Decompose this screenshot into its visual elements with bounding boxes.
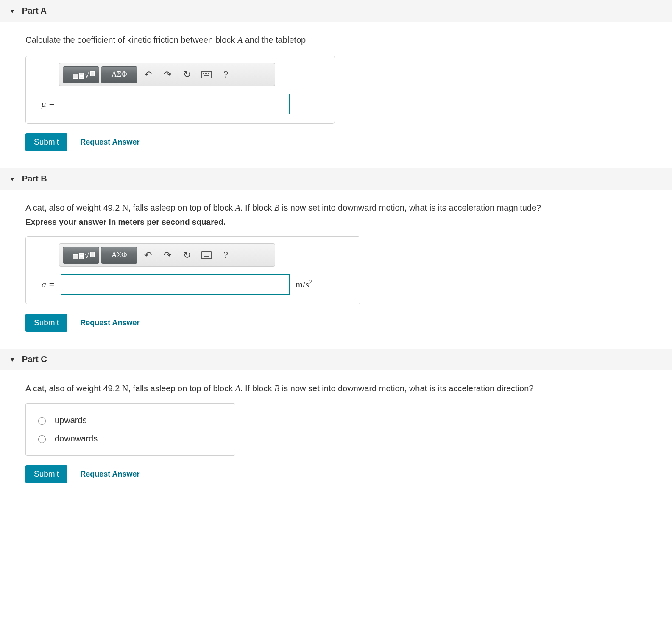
caret-down-icon: ▼ <box>9 356 15 363</box>
part-a-answer-input[interactable] <box>61 94 290 114</box>
help-button[interactable]: ? <box>217 66 235 83</box>
part-b-title: Part B <box>22 174 47 184</box>
part-a-answer-box: √ ΑΣΦ ↶ ↷ ↻ ? μ = <box>25 56 335 124</box>
keyboard-icon <box>201 71 212 78</box>
undo-icon: ↶ <box>144 250 152 261</box>
keyboard-button[interactable] <box>198 247 215 264</box>
part-b-submit-button[interactable]: Submit <box>25 314 67 332</box>
undo-button[interactable]: ↶ <box>139 247 157 264</box>
part-a-header[interactable]: ▼ Part A <box>0 0 672 22</box>
templates-button[interactable]: √ <box>63 247 99 264</box>
keyboard-button[interactable] <box>198 66 215 83</box>
part-c-title: Part C <box>22 354 47 364</box>
part-a-request-answer-link[interactable]: Request Answer <box>80 138 139 147</box>
part-a-submit-button[interactable]: Submit <box>25 133 67 151</box>
help-button[interactable]: ? <box>217 247 235 264</box>
undo-button[interactable]: ↶ <box>139 66 157 83</box>
redo-button[interactable]: ↷ <box>159 66 176 83</box>
part-c-options: upwards downwards <box>25 403 235 456</box>
redo-icon: ↷ <box>164 250 171 261</box>
part-b-body: A cat, also of weight 49.2 N, falls asle… <box>0 190 672 349</box>
part-c-body: A cat, also of weight 49.2 N, falls asle… <box>0 370 672 500</box>
greek-button[interactable]: ΑΣΦ <box>101 66 137 83</box>
option-upwards-label: upwards <box>55 416 87 425</box>
part-a-body: Calculate the coefficient of kinetic fri… <box>0 22 672 168</box>
part-b-prompt: A cat, also of weight 49.2 N, falls asle… <box>25 201 672 214</box>
part-a-var-label: μ = <box>38 98 55 109</box>
help-icon: ? <box>224 249 229 261</box>
part-b-units: m/s2 <box>296 279 312 290</box>
reset-icon: ↻ <box>183 250 191 261</box>
undo-icon: ↶ <box>144 69 152 80</box>
option-downwards-label: downwards <box>55 434 98 443</box>
part-c-submit-button[interactable]: Submit <box>25 465 67 483</box>
option-downwards[interactable]: downwards <box>33 430 227 448</box>
greek-button[interactable]: ΑΣΦ <box>101 247 137 264</box>
reset-button[interactable]: ↻ <box>178 247 196 264</box>
equation-toolbar: √ ΑΣΦ ↶ ↷ ↻ ? <box>59 63 275 86</box>
part-c-header[interactable]: ▼ Part C <box>0 349 672 370</box>
part-c-prompt: A cat, also of weight 49.2 N, falls asle… <box>25 382 672 395</box>
part-a-prompt: Calculate the coefficient of kinetic fri… <box>25 33 672 46</box>
part-b-instruction: Express your answer in meters per second… <box>25 218 672 227</box>
option-upwards-radio[interactable] <box>38 417 46 425</box>
reset-icon: ↻ <box>183 69 191 80</box>
option-upwards[interactable]: upwards <box>33 411 227 430</box>
reset-button[interactable]: ↻ <box>178 66 196 83</box>
equation-toolbar: √ ΑΣΦ ↶ ↷ ↻ ? <box>59 243 275 267</box>
redo-button[interactable]: ↷ <box>159 247 176 264</box>
help-icon: ? <box>224 69 229 80</box>
part-c-request-answer-link[interactable]: Request Answer <box>80 470 139 479</box>
option-downwards-radio[interactable] <box>38 435 46 443</box>
redo-icon: ↷ <box>164 69 171 80</box>
caret-down-icon: ▼ <box>9 8 15 14</box>
part-b-header[interactable]: ▼ Part B <box>0 168 672 190</box>
keyboard-icon <box>201 251 212 259</box>
caret-down-icon: ▼ <box>9 176 15 182</box>
part-b-request-answer-link[interactable]: Request Answer <box>80 318 139 327</box>
part-b-answer-box: √ ΑΣΦ ↶ ↷ ↻ ? a = m/s2 <box>25 236 360 304</box>
part-b-answer-input[interactable] <box>61 274 290 295</box>
templates-button[interactable]: √ <box>63 66 99 83</box>
part-a-title: Part A <box>22 6 47 16</box>
part-b-var-label: a = <box>38 279 55 290</box>
